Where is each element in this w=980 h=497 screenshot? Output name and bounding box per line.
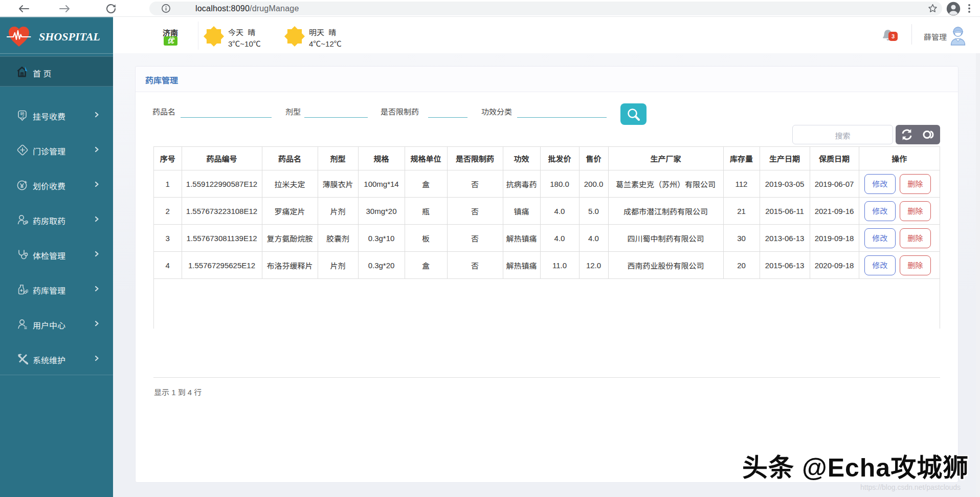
svg-text:号: 号 [20, 110, 25, 118]
